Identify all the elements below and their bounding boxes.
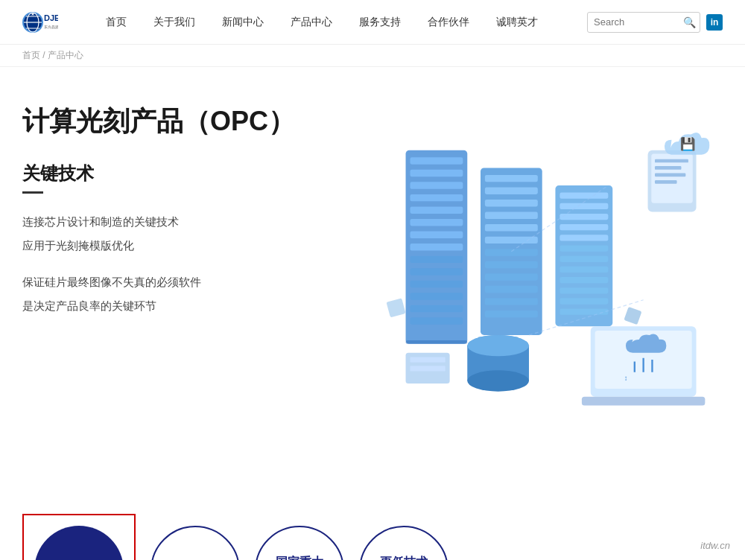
logo-icon: DJEI 东方晶源 — [22, 7, 58, 37]
nav-partners[interactable]: 合作伙伴 — [414, 0, 483, 45]
svg-rect-20 — [410, 281, 463, 287]
feature-row: 完全自研 技术国际领先 国家重大 专项支持 更低技术 节点验证 — [0, 499, 745, 560]
description-1: 连接芯片设计和制造的关键技术 应用于光刻掩模版优化 — [22, 211, 335, 257]
svg-rect-49 — [559, 298, 608, 304]
svg-rect-66 — [655, 174, 685, 177]
svg-rect-44 — [559, 245, 608, 251]
illustration-svg: ↕ 💾 — [335, 97, 723, 477]
header-right: 🔍 in — [587, 12, 723, 33]
section-title: 关键技术 — [22, 162, 335, 185]
logo[interactable]: DJEI 东方晶源 — [22, 7, 63, 37]
svg-rect-32 — [485, 249, 538, 255]
search-box[interactable]: 🔍 — [587, 12, 700, 33]
linkedin-icon[interactable]: in — [706, 14, 723, 31]
svg-rect-15 — [410, 219, 463, 226]
svg-rect-24 — [406, 340, 468, 344]
nav-about[interactable]: 关于我们 — [140, 0, 209, 45]
svg-text:💾: 💾 — [680, 136, 696, 152]
main-content: 计算光刻产品（OPC） 关键技术 连接芯片设计和制造的关键技术 应用于光刻掩模版… — [0, 67, 745, 499]
svg-rect-36 — [485, 298, 538, 305]
svg-rect-37 — [485, 311, 538, 317]
svg-rect-31 — [485, 237, 538, 244]
svg-rect-29 — [485, 212, 538, 219]
watermark: itdw.cn — [700, 540, 730, 551]
svg-rect-41 — [559, 214, 608, 220]
svg-rect-34 — [485, 273, 538, 280]
nav-service[interactable]: 服务支持 — [346, 0, 414, 45]
svg-rect-11 — [410, 170, 463, 176]
svg-rect-47 — [559, 277, 608, 283]
right-illustration: ↕ 💾 — [335, 97, 723, 477]
svg-rect-39 — [559, 193, 608, 199]
svg-text:DJEI: DJEI — [44, 13, 58, 22]
svg-rect-14 — [410, 206, 463, 213]
search-input[interactable] — [594, 16, 683, 28]
svg-point-54 — [467, 335, 529, 356]
svg-rect-16 — [410, 232, 463, 238]
svg-rect-12 — [410, 182, 463, 188]
svg-rect-50 — [559, 309, 608, 315]
svg-rect-19 — [410, 268, 463, 275]
svg-rect-22 — [410, 305, 463, 312]
svg-rect-42 — [559, 224, 608, 230]
feature-button-2[interactable]: 技术国际领先 — [150, 526, 240, 560]
title-underline — [22, 191, 43, 194]
nav-products[interactable]: 产品中心 — [277, 0, 346, 45]
svg-rect-27 — [485, 187, 538, 194]
main-nav: 首页 关于我们 新闻中心 产品中心 服务支持 合作伙伴 诚聘英才 — [92, 0, 587, 45]
svg-rect-57 — [410, 366, 445, 371]
svg-rect-18 — [410, 256, 463, 263]
nav-careers[interactable]: 诚聘英才 — [483, 0, 551, 45]
svg-rect-67 — [655, 180, 677, 184]
feature-item-selected-wrapper: 完全自研 — [22, 514, 136, 560]
svg-rect-64 — [655, 159, 688, 163]
left-panel: 计算光刻产品（OPC） 关键技术 连接芯片设计和制造的关键技术 应用于光刻掩模版… — [22, 97, 335, 477]
feature-item-2-wrapper: 技术国际领先 — [150, 526, 240, 560]
svg-text:↕: ↕ — [624, 374, 628, 382]
svg-rect-13 — [410, 194, 463, 201]
feature-button-4[interactable]: 更低技术 节点验证 — [359, 526, 448, 560]
nav-home[interactable]: 首页 — [92, 0, 140, 45]
svg-rect-45 — [559, 256, 608, 262]
page-title: 计算光刻产品（OPC） — [22, 104, 335, 139]
svg-rect-61 — [582, 397, 705, 406]
svg-rect-35 — [485, 286, 538, 293]
svg-rect-23 — [410, 317, 463, 324]
svg-rect-43 — [559, 235, 608, 241]
svg-rect-26 — [485, 175, 538, 182]
nav-news[interactable]: 新闻中心 — [209, 0, 277, 45]
breadcrumb: 首页 / 产品中心 — [0, 45, 745, 67]
svg-rect-30 — [485, 224, 538, 231]
site-header: DJEI 东方晶源 首页 关于我们 新闻中心 产品中心 服务支持 合作伙伴 诚聘… — [0, 0, 745, 45]
svg-rect-28 — [485, 200, 538, 206]
feature-button-1[interactable]: 完全自研 — [34, 526, 124, 560]
svg-rect-10 — [410, 157, 463, 164]
svg-rect-48 — [559, 287, 608, 293]
feature-item-4-wrapper: 更低技术 节点验证 — [359, 526, 448, 560]
svg-rect-70 — [624, 307, 641, 325]
svg-rect-40 — [559, 203, 608, 209]
search-icon[interactable]: 🔍 — [683, 16, 696, 28]
svg-rect-21 — [410, 293, 463, 299]
svg-rect-65 — [655, 166, 681, 170]
svg-text:东方晶源: 东方晶源 — [44, 25, 58, 29]
svg-rect-56 — [410, 357, 445, 363]
svg-rect-17 — [410, 244, 463, 250]
feature-button-3[interactable]: 国家重大 专项支持 — [255, 526, 344, 560]
svg-point-53 — [467, 370, 529, 391]
description-2: 保证硅片最终图像不失真的必须软件 是决定产品良率的关键环节 — [22, 272, 335, 317]
svg-rect-33 — [485, 261, 538, 268]
svg-rect-69 — [387, 298, 406, 317]
feature-item-3-wrapper: 国家重大 专项支持 — [255, 526, 344, 560]
svg-rect-46 — [559, 267, 608, 273]
